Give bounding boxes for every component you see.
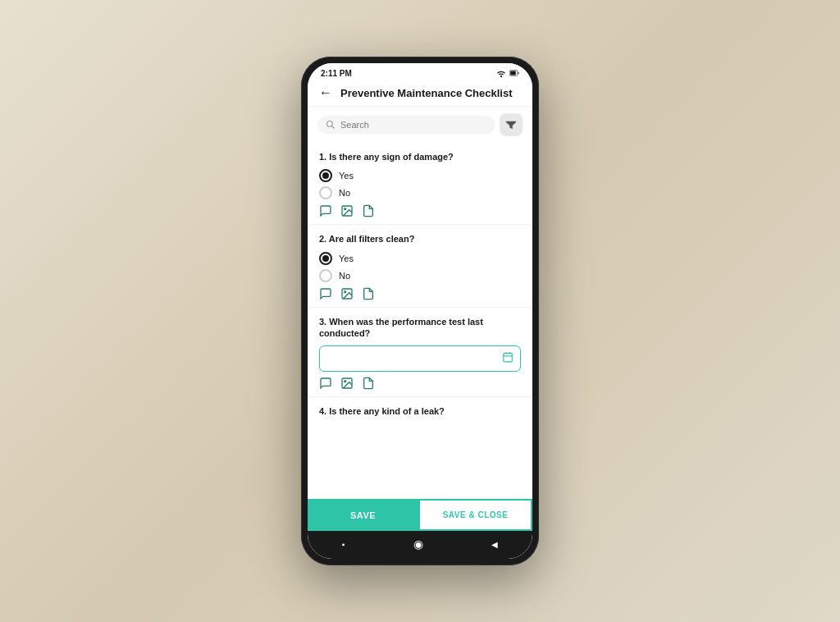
- battery-icon: [509, 68, 519, 78]
- nav-square-button[interactable]: ▪: [342, 540, 345, 549]
- svg-point-13: [345, 381, 346, 382]
- svg-line-3: [332, 126, 335, 129]
- nav-home-button[interactable]: ◉: [413, 537, 423, 551]
- image-icon-2[interactable]: [340, 287, 354, 300]
- question-block-4: 4. Is there any kind of a leak?: [308, 397, 532, 430]
- radio-option-1-no[interactable]: No: [319, 186, 521, 199]
- radio-option-2-no[interactable]: No: [319, 269, 521, 282]
- svg-rect-8: [504, 354, 513, 363]
- status-bar: 2:11 PM: [308, 63, 532, 81]
- back-button[interactable]: ←: [319, 86, 332, 99]
- radio-label-no-2: No: [339, 271, 350, 281]
- status-time: 2:11 PM: [321, 69, 352, 78]
- search-container: [308, 107, 532, 143]
- bottom-buttons: SAVE SAVE & CLOSE: [308, 498, 532, 531]
- question-label-1: 1. Is there any sign of damage?: [319, 151, 521, 162]
- image-icon-1[interactable]: [340, 204, 354, 217]
- image-icon-3[interactable]: [340, 377, 354, 390]
- phone-shell: 2:11 PM ← Preventive Maintenance Checkli…: [301, 57, 539, 565]
- svg-rect-1: [510, 71, 516, 75]
- question-block-1: 1. Is there any sign of damage? Yes No: [308, 143, 532, 225]
- file-icon-3[interactable]: [362, 377, 375, 390]
- filter-icon: [505, 119, 517, 130]
- date-input-wrap: [319, 345, 521, 372]
- radio-circle-no-2: [319, 269, 332, 282]
- svg-point-2: [327, 121, 333, 127]
- page-title: Preventive Maintenance Checklist: [340, 87, 521, 99]
- filter-button[interactable]: [500, 113, 523, 136]
- question-block-2: 2. Are all filters clean? Yes No: [308, 225, 532, 307]
- search-input-wrap: [317, 116, 495, 134]
- wifi-icon: [496, 68, 506, 78]
- question-label-4: 4. Is there any kind of a leak?: [319, 405, 521, 417]
- comment-icon-2[interactable]: [319, 287, 332, 300]
- question-label-3: 3. When was the performance test last co…: [319, 316, 521, 340]
- radio-circle-no-1: [319, 186, 332, 199]
- file-icon-2[interactable]: [362, 287, 375, 300]
- status-icons: [496, 68, 519, 78]
- action-icons-1: [319, 204, 521, 217]
- content-area: 1. Is there any sign of damage? Yes No: [308, 143, 532, 498]
- header: ← Preventive Maintenance Checklist: [308, 81, 532, 107]
- action-icons-3: [319, 377, 521, 390]
- save-button[interactable]: SAVE: [308, 499, 418, 531]
- radio-label-yes-2: Yes: [339, 254, 354, 263]
- radio-option-1-yes[interactable]: Yes: [319, 169, 521, 182]
- calendar-icon[interactable]: [502, 351, 514, 366]
- date-input[interactable]: [326, 354, 502, 364]
- question-label-2: 2. Are all filters clean?: [319, 233, 521, 245]
- phone-screen: 2:11 PM ← Preventive Maintenance Checkli…: [308, 63, 532, 559]
- comment-icon-1[interactable]: [319, 204, 332, 217]
- radio-label-no-1: No: [339, 188, 350, 198]
- question-block-3: 3. When was the performance test last co…: [308, 308, 532, 398]
- comment-icon-3[interactable]: [319, 377, 332, 390]
- radio-option-2-yes[interactable]: Yes: [319, 252, 521, 265]
- radio-circle-yes-2: [319, 252, 332, 265]
- nav-back-button[interactable]: ◀: [491, 540, 498, 549]
- file-icon-1[interactable]: [362, 204, 375, 217]
- svg-point-7: [345, 290, 346, 292]
- save-close-button[interactable]: SAVE & CLOSE: [418, 499, 532, 531]
- nav-bar: ▪ ◉ ◀: [308, 531, 532, 559]
- svg-point-5: [345, 208, 346, 210]
- action-icons-2: [319, 287, 521, 300]
- search-input[interactable]: [340, 120, 486, 130]
- radio-label-yes-1: Yes: [339, 171, 354, 181]
- radio-circle-yes-1: [319, 169, 332, 182]
- search-icon: [326, 120, 336, 130]
